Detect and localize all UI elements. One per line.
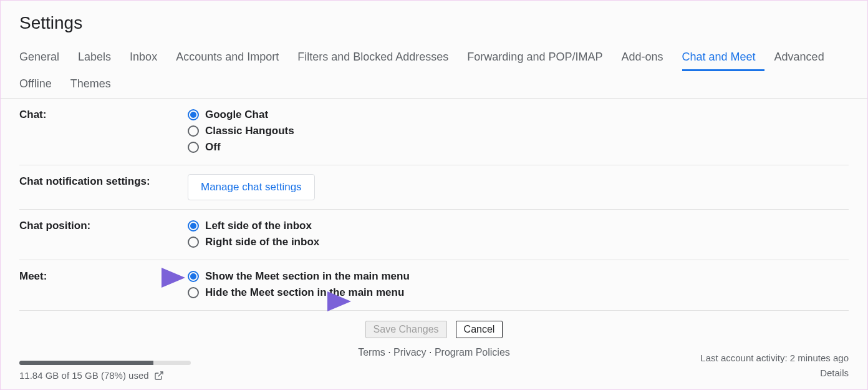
open-in-new-icon[interactable] <box>154 371 164 381</box>
tab-accounts-import[interactable]: Accounts and Import <box>176 44 287 71</box>
svg-line-0 <box>158 372 162 376</box>
radio-google-chat-label: Google Chat <box>205 107 268 122</box>
radio-meet-show[interactable] <box>188 271 199 282</box>
setting-chat-position: Chat position: Left side of the inbox Ri… <box>19 210 849 260</box>
settings-content: Chat: Google Chat Classic Hangouts Off C… <box>1 99 867 344</box>
manage-chat-settings-button[interactable]: Manage chat settings <box>188 174 315 200</box>
storage-progress-fill <box>19 361 153 365</box>
cancel-button[interactable]: Cancel <box>456 321 503 338</box>
radio-meet-hide[interactable] <box>188 287 199 298</box>
tab-inbox[interactable]: Inbox <box>130 44 166 71</box>
setting-meet: Meet: Show the Meet section in the main … <box>19 260 849 311</box>
setting-position-label: Chat position: <box>19 218 188 232</box>
details-link[interactable]: Details <box>820 368 849 378</box>
tab-chat-and-meet[interactable]: Chat and Meet <box>682 44 764 71</box>
radio-position-right-label: Right side of the inbox <box>205 235 319 250</box>
tab-filters[interactable]: Filters and Blocked Addresses <box>297 44 457 71</box>
save-changes-button[interactable]: Save Changes <box>365 321 447 338</box>
tab-advanced[interactable]: Advanced <box>774 44 833 71</box>
tab-forwarding[interactable]: Forwarding and POP/IMAP <box>467 44 611 71</box>
radio-position-left[interactable] <box>188 220 199 232</box>
tab-general[interactable]: General <box>19 44 68 71</box>
setting-chat: Chat: Google Chat Classic Hangouts Off <box>19 99 849 165</box>
last-activity-text: Last account activity: 2 minutes ago <box>700 351 849 366</box>
action-buttons: Save Changes Cancel <box>19 311 849 344</box>
tab-themes[interactable]: Themes <box>70 71 120 98</box>
radio-position-right[interactable] <box>188 236 199 248</box>
radio-meet-hide-label: Hide the Meet section in the main menu <box>205 285 404 300</box>
tab-offline[interactable]: Offline <box>19 71 60 98</box>
footer-bar: 11.84 GB of 15 GB (78%) used Last accoun… <box>1 351 867 381</box>
tab-addons[interactable]: Add-ons <box>621 44 672 71</box>
page-title: Settings <box>1 1 867 39</box>
radio-chat-off[interactable] <box>188 142 199 153</box>
setting-chat-label: Chat: <box>19 107 188 121</box>
setting-notif-label: Chat notification settings: <box>19 174 188 188</box>
radio-meet-show-label: Show the Meet section in the main menu <box>205 269 410 284</box>
setting-chat-notifications: Chat notification settings: Manage chat … <box>19 165 849 210</box>
setting-meet-label: Meet: <box>19 269 188 283</box>
storage-usage-text: 11.84 GB of 15 GB (78%) used <box>19 370 149 381</box>
radio-classic-hangouts[interactable] <box>188 125 199 137</box>
radio-chat-off-label: Off <box>205 140 221 155</box>
radio-position-left-label: Left side of the inbox <box>205 218 312 233</box>
tab-labels[interactable]: Labels <box>78 44 120 71</box>
radio-google-chat[interactable] <box>188 109 199 120</box>
settings-tabs: General Labels Inbox Accounts and Import… <box>1 39 867 99</box>
storage-progress-bar <box>19 361 191 365</box>
radio-classic-hangouts-label: Classic Hangouts <box>205 124 294 139</box>
